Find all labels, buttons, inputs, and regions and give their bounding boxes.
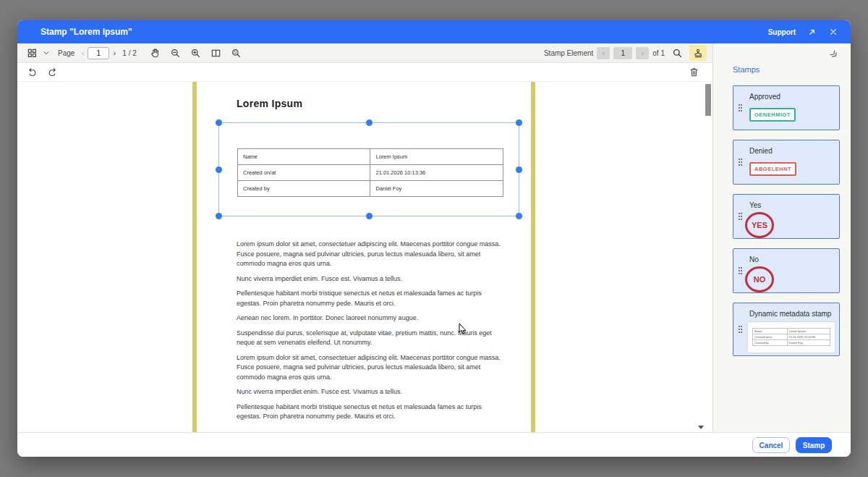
document-paragraph: Nunc viverra imperdiet enim. Fusce est. … bbox=[237, 387, 506, 397]
resize-handle-bottom-left[interactable] bbox=[216, 213, 222, 219]
cancel-button[interactable]: Cancel bbox=[752, 437, 790, 453]
page-edge-marker-right bbox=[531, 82, 535, 432]
dynamic-metadata-stamp-preview: NameLorem Ipsum Created on/at21.01.2026 … bbox=[748, 322, 835, 353]
stamp-card-label: No bbox=[749, 256, 759, 263]
stamp-card-label: Approved bbox=[749, 93, 780, 101]
scroll-down-arrow-icon[interactable] bbox=[698, 426, 704, 429]
yes-stamp-preview: YES bbox=[745, 212, 774, 238]
approved-stamp-preview: GENEHMIGT bbox=[749, 108, 796, 122]
document-paragraph: Pellentesque habitant morbi tristique se… bbox=[237, 289, 506, 308]
stamp-card-label: Dynamic metadata stamp bbox=[749, 310, 831, 318]
table-cell: Created on/at bbox=[238, 165, 370, 181]
next-page-button[interactable]: › bbox=[109, 48, 119, 57]
resize-handle-top-right[interactable] bbox=[516, 119, 522, 126]
zoom-in-icon[interactable] bbox=[187, 45, 205, 61]
document-body: Lorem ipsum dolor sit amet, consectetuer… bbox=[237, 240, 506, 432]
marquee-zoom-icon[interactable] bbox=[228, 45, 245, 61]
page-overview-icon[interactable] bbox=[23, 45, 41, 61]
previous-stamp-element-button[interactable]: ‹ bbox=[597, 47, 610, 59]
mini-metadata-table: NameLorem Ipsum Created on/at21.01.2026 … bbox=[752, 328, 830, 346]
open-in-new-window-icon[interactable] bbox=[806, 26, 817, 38]
table-cell: 21.01.2026 10:13:36 bbox=[370, 165, 503, 181]
previous-page-button[interactable]: ‹ bbox=[77, 48, 88, 57]
edit-toolbar bbox=[17, 63, 712, 82]
resize-handle-top-center[interactable] bbox=[366, 119, 373, 126]
viewer-pane: Page ‹ › 1 / 2 bbox=[17, 43, 712, 432]
stamps-heading: Stamps bbox=[733, 65, 760, 74]
page-edge-marker-left bbox=[192, 82, 197, 432]
table-cell: Created by bbox=[238, 181, 370, 197]
drag-handle-icon[interactable] bbox=[738, 266, 743, 275]
two-page-view-icon[interactable] bbox=[208, 45, 225, 61]
table-cell: Daniel Foy bbox=[370, 181, 503, 197]
stamp-card-dynamic-metadata[interactable]: Dynamic metadata stamp NameLorem Ipsum C… bbox=[733, 303, 840, 356]
table-row: Created on/at 21.01.2026 10:13:36 bbox=[238, 165, 503, 181]
dialog-header: Stamp "Lorem Ipsum" Support bbox=[17, 20, 851, 43]
stamps-sidebar: Stamps Approved GENEHMIGT Denied ABGELEH… bbox=[712, 43, 851, 432]
document-paragraph: Lorem ipsum dolor sit amet, consectetuer… bbox=[237, 240, 506, 269]
drag-handle-icon[interactable] bbox=[738, 212, 743, 221]
scrollbar-thumb[interactable] bbox=[705, 84, 711, 116]
stamp-card-label: Yes bbox=[749, 201, 761, 209]
zoom-out-icon[interactable] bbox=[167, 45, 184, 61]
viewer-scrollbar[interactable] bbox=[705, 82, 712, 432]
resize-handle-top-left[interactable] bbox=[216, 119, 222, 126]
undo-icon[interactable] bbox=[23, 64, 41, 80]
document-paragraph: Nunc viverra imperdiet enim. Fusce est. … bbox=[237, 274, 506, 284]
denied-stamp-preview: ABGELEHNT bbox=[749, 162, 796, 176]
selected-stamp-element[interactable]: Name Lorem Ipsum Created on/at 21.01.202… bbox=[218, 122, 519, 216]
resize-handle-bottom-right[interactable] bbox=[516, 213, 522, 219]
document-title: Lorem Ipsum bbox=[237, 98, 302, 109]
drag-handle-icon[interactable] bbox=[738, 158, 743, 166]
table-cell: Name bbox=[238, 149, 370, 165]
page-count-label: 1 / 2 bbox=[122, 49, 136, 57]
page-number-input[interactable] bbox=[88, 47, 109, 59]
document-paragraph: Aenean nec lorem. In porttitor. Donec la… bbox=[237, 313, 506, 324]
search-icon[interactable] bbox=[668, 45, 686, 61]
stamp-tool-icon[interactable] bbox=[689, 45, 707, 61]
stamp-button[interactable]: Stamp bbox=[796, 437, 832, 453]
collapse-panel-icon[interactable] bbox=[829, 49, 841, 61]
chevron-down-icon[interactable] bbox=[41, 45, 52, 61]
metadata-stamp-table: Name Lorem Ipsum Created on/at 21.01.202… bbox=[237, 148, 503, 197]
document-paragraph: Lorem ipsum dolor sit amet, consectetuer… bbox=[237, 353, 506, 383]
page-label: Page bbox=[58, 49, 75, 57]
stamp-card-approved[interactable]: Approved GENEHMIGT bbox=[733, 85, 840, 130]
drag-handle-icon[interactable] bbox=[738, 104, 743, 112]
table-row: Name Lorem Ipsum bbox=[238, 149, 503, 165]
stamp-card-denied[interactable]: Denied ABGELEHNT bbox=[733, 140, 840, 185]
dialog-footer: Cancel Stamp bbox=[17, 432, 851, 457]
stamp-element-of-label: of 1 bbox=[652, 49, 665, 57]
no-stamp-preview: NO bbox=[745, 266, 774, 292]
mouse-cursor bbox=[459, 323, 468, 335]
document-paragraph: Pellentesque habitant morbi tristique se… bbox=[237, 402, 506, 422]
dialog-title: Stamp "Lorem Ipsum" bbox=[41, 27, 132, 37]
next-stamp-element-button[interactable]: › bbox=[636, 47, 649, 59]
stamp-card-label: Denied bbox=[749, 147, 773, 155]
resize-handle-middle-left[interactable] bbox=[216, 166, 222, 173]
document-viewer[interactable]: Lorem Ipsum Name Lorem Ipsum Creat bbox=[17, 82, 712, 432]
close-icon[interactable] bbox=[827, 26, 839, 38]
redo-icon[interactable] bbox=[43, 64, 61, 80]
stamp-card-yes[interactable]: Yes YES bbox=[733, 194, 840, 239]
delete-stamp-icon[interactable] bbox=[685, 64, 702, 80]
resize-handle-bottom-center[interactable] bbox=[366, 213, 373, 219]
hand-tool-icon[interactable] bbox=[147, 45, 164, 61]
support-link[interactable]: Support bbox=[768, 28, 796, 36]
table-cell: Lorem Ipsum bbox=[370, 149, 503, 165]
stamp-dialog: Stamp "Lorem Ipsum" Support Page ‹ bbox=[17, 20, 851, 457]
stamp-element-number: 1 bbox=[613, 47, 632, 59]
stamp-element-label: Stamp Element bbox=[544, 49, 593, 57]
resize-handle-middle-right[interactable] bbox=[516, 166, 522, 173]
table-row: Created by Daniel Foy bbox=[238, 181, 503, 197]
viewer-toolbar: Page ‹ › 1 / 2 bbox=[17, 43, 712, 63]
drag-handle-icon[interactable] bbox=[738, 325, 743, 334]
stamp-card-no[interactable]: No NO bbox=[733, 248, 840, 293]
